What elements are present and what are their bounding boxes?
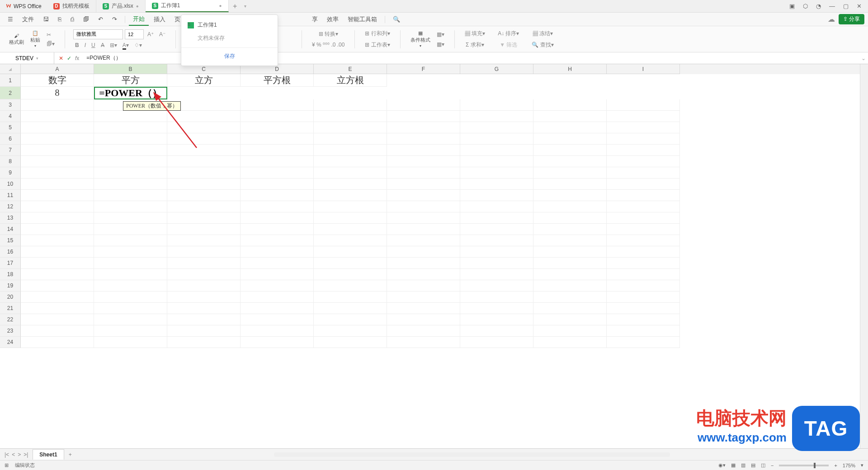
col-header-H[interactable]: H [533,64,607,74]
cell[interactable] [21,280,94,291]
cell[interactable] [167,145,241,156]
spreadsheet-grid[interactable]: ◢ ABCDEFGHI 1234567891011121314151617181… [0,64,868,448]
cell[interactable] [533,99,607,111]
cell[interactable] [21,111,94,122]
sheet-tab[interactable]: Sheet1 [33,449,64,460]
col-header-G[interactable]: G [460,64,533,74]
export-icon[interactable]: ⎘ [54,14,66,24]
cloud-icon[interactable]: ☁ [828,15,835,24]
zoom-out-icon[interactable]: − [771,463,774,468]
cell[interactable] [241,212,314,224]
cell[interactable] [167,167,241,179]
cell[interactable] [21,122,94,133]
cell[interactable] [241,99,314,111]
tab-menu-icon[interactable]: ● [219,3,222,8]
cell[interactable] [607,303,680,314]
cell[interactable] [607,291,680,303]
sheet-next-icon[interactable]: > [18,451,21,458]
cell[interactable] [94,303,167,314]
active-cell-b2[interactable]: =POWER（） [94,87,167,99]
row-header-16[interactable]: 16 [0,246,21,258]
cell[interactable] [607,269,680,280]
cell[interactable] [607,190,680,201]
cell[interactable] [533,133,607,145]
italic-icon[interactable]: I [83,41,88,49]
maximize-icon[interactable]: ▢ [843,3,849,9]
cell[interactable] [387,291,460,303]
sheet-prev-icon[interactable]: < [12,451,15,458]
row-header-4[interactable]: 4 [0,111,21,122]
cell[interactable] [533,235,607,246]
filter-button[interactable]: ▼ 筛选 [498,40,519,50]
print-preview-icon[interactable]: 🗐 [79,14,93,24]
cell[interactable] [533,303,607,314]
cell[interactable] [167,122,241,133]
find-button[interactable]: 🔍 查找▾ [530,40,555,50]
cell[interactable] [241,269,314,280]
menu-start[interactable]: 开始 [129,13,149,26]
cell[interactable] [387,235,460,246]
strike-icon[interactable]: A̶ [99,41,106,49]
cell[interactable] [607,325,680,337]
cell[interactable] [533,314,607,325]
col-header-E[interactable]: E [314,64,387,74]
border-icon[interactable]: ⊞▾ [108,41,119,49]
row-header-21[interactable]: 21 [0,303,21,314]
cell[interactable] [387,303,460,314]
cell[interactable] [167,291,241,303]
cell[interactable] [94,190,167,201]
cell[interactable] [94,337,167,348]
row-header-14[interactable]: 14 [0,224,21,235]
cell[interactable] [314,212,387,224]
cell[interactable] [387,337,460,348]
cell[interactable] [607,337,680,348]
cell[interactable] [460,314,533,325]
cond-format-button[interactable]: ▦条件格式▾ [409,29,432,49]
cell[interactable] [460,325,533,337]
cell[interactable] [314,201,387,212]
cell[interactable] [241,133,314,145]
cell[interactable] [167,111,241,122]
cell[interactable] [387,167,460,179]
cell[interactable] [94,111,167,122]
cell[interactable] [607,224,680,235]
menu-share[interactable]: 享 [308,14,322,25]
cell[interactable] [94,258,167,269]
row-header-18[interactable]: 18 [0,269,21,280]
cell[interactable] [94,145,167,156]
cell[interactable] [460,156,533,167]
cell[interactable] [167,337,241,348]
cell[interactable] [607,280,680,291]
print-icon[interactable]: ⎙ [66,14,78,24]
cell[interactable] [533,156,607,167]
style-icon[interactable]: ▦▾ [435,30,446,38]
row-header-2[interactable]: 2 [0,87,21,99]
col-header-I[interactable]: I [607,64,680,74]
cell[interactable] [21,167,94,179]
cell[interactable] [21,145,94,156]
table-style-icon[interactable]: ▦▾ [435,40,446,48]
cell[interactable] [460,167,533,179]
cell[interactable] [21,246,94,258]
cell[interactable] [533,291,607,303]
cell[interactable] [94,133,167,145]
cell[interactable] [387,122,460,133]
cell[interactable] [21,303,94,314]
cell[interactable] [533,246,607,258]
cell[interactable] [241,258,314,269]
cell[interactable] [241,224,314,235]
currency-icon[interactable]: ¥ % ⁰⁰⁰ .0 .00 [310,41,346,49]
cell[interactable] [314,280,387,291]
cell[interactable] [387,133,460,145]
cell[interactable] [314,258,387,269]
cell-D1[interactable]: 平方根 [241,74,314,87]
cell[interactable] [21,325,94,337]
cell-A2[interactable]: 8 [21,87,94,99]
cell[interactable] [241,280,314,291]
bold-icon[interactable]: B [73,41,81,49]
row-header-13[interactable]: 13 [0,212,21,224]
menu-insert[interactable]: 插入 [150,14,170,25]
cell[interactable] [21,235,94,246]
cell[interactable] [460,133,533,145]
cell[interactable] [533,337,607,348]
